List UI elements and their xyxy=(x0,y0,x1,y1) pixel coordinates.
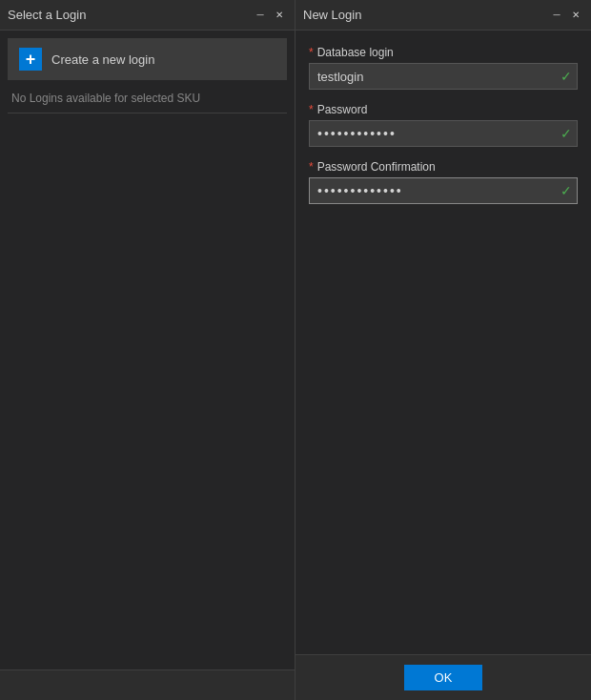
left-panel-content: + Create a new login No Logins available… xyxy=(0,31,295,669)
create-login-label: Create a new login xyxy=(51,52,154,67)
database-login-required-star: * xyxy=(309,46,314,59)
password-confirmation-label: Password Confirmation xyxy=(317,160,436,174)
password-label: Password xyxy=(317,103,368,116)
left-titlebar: Select a Login xyxy=(0,0,295,31)
database-login-label: Database login xyxy=(317,46,394,59)
left-panel-title: Select a Login xyxy=(8,8,86,22)
database-login-label-row: * Database login xyxy=(309,46,578,59)
password-confirmation-required-star: * xyxy=(309,160,314,174)
right-panel-content: * Database login ✓ * Password ✓ * Pass xyxy=(296,31,591,654)
password-confirmation-group: * Password Confirmation ✓ xyxy=(309,160,578,204)
right-titlebar: New Login xyxy=(296,0,591,31)
password-label-row: * Password xyxy=(309,103,578,116)
select-login-panel: Select a Login + Create a new login No L… xyxy=(0,0,296,700)
left-titlebar-buttons xyxy=(253,8,287,23)
password-confirmation-input[interactable] xyxy=(309,177,578,204)
password-confirmation-input-wrapper: ✓ xyxy=(309,177,578,204)
plus-icon: + xyxy=(19,48,42,71)
left-panel-footer xyxy=(0,669,295,700)
right-titlebar-buttons xyxy=(549,8,583,23)
right-minimize-button[interactable] xyxy=(549,8,564,23)
no-logins-message: No Logins available for selected SKU xyxy=(8,88,287,113)
left-close-button[interactable] xyxy=(272,8,287,23)
create-login-button[interactable]: + Create a new login xyxy=(8,38,287,80)
right-panel-title: New Login xyxy=(303,8,361,22)
database-login-group: * Database login ✓ xyxy=(309,46,578,90)
new-login-panel: New Login * Database login ✓ * Password xyxy=(296,0,591,700)
password-input-wrapper: ✓ xyxy=(309,120,578,147)
password-confirmation-label-row: * Password Confirmation xyxy=(309,160,578,174)
ok-button[interactable]: OK xyxy=(404,665,483,690)
right-close-button[interactable] xyxy=(568,8,583,23)
password-input[interactable] xyxy=(309,120,578,147)
database-login-input[interactable] xyxy=(309,63,578,90)
left-minimize-button[interactable] xyxy=(253,8,268,23)
right-panel-footer: OK xyxy=(296,654,591,700)
database-login-input-wrapper: ✓ xyxy=(309,63,578,90)
password-group: * Password ✓ xyxy=(309,103,578,147)
password-required-star: * xyxy=(309,103,314,116)
